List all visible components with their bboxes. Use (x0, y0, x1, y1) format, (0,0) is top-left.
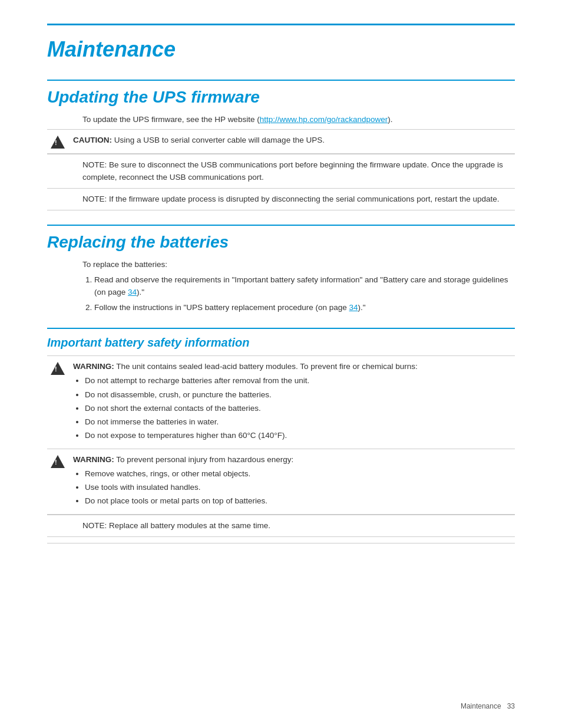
note2-text: If the firmware update process is disrup… (107, 195, 499, 203)
warning2-block: WARNING: To prevent personal injury from… (47, 449, 515, 515)
safety-note-block: NOTE: Replace all battery modules at the… (47, 515, 515, 537)
section-batteries: Replacing the batteries To replace the b… (47, 225, 515, 314)
warning1-bullet-2: Do not disassemble, crush, or puncture t… (85, 389, 515, 401)
warning1-triangle-icon (51, 362, 65, 375)
page-footer: Maintenance 33 (461, 702, 515, 710)
warning1-block: WARNING: The unit contains sealed lead-a… (47, 355, 515, 449)
firmware-intro-text-before: To update the UPS firmware, see the HP w… (82, 115, 260, 124)
batteries-intro: To replace the batteries: (82, 259, 515, 271)
batteries-step-1: Read and observe the requirements in "Im… (94, 274, 515, 298)
firmware-section-rule (47, 80, 515, 81)
warning2-intro: To prevent personal injury from hazardou… (114, 455, 293, 464)
top-rule (47, 24, 515, 25)
batteries-section-rule (47, 225, 515, 226)
step2-text-after: )." (358, 303, 366, 312)
firmware-link[interactable]: http://www.hp.com/go/rackandpower (260, 115, 388, 124)
safety-section-rule (47, 328, 515, 329)
section-battery-safety: Important battery safety information WAR… (47, 328, 515, 543)
warning1-bullets: Do not attempt to recharge batteries aft… (85, 375, 515, 442)
warning2-triangle-icon (51, 455, 65, 468)
warning2-bullet-1: Remove watches, rings, or other metal ob… (85, 468, 515, 480)
warning2-bullet-2: Use tools with insulated handles. (85, 482, 515, 493)
page-title: Maintenance (47, 37, 515, 62)
firmware-section-title: Updating the UPS firmware (47, 88, 515, 107)
safety-note-text: Replace all battery modules at the same … (107, 521, 270, 530)
warning1-bullet-5: Do not expose to temperatures higher tha… (85, 430, 515, 442)
step1-text-after: )." (137, 288, 144, 297)
step2-link[interactable]: 34 (349, 303, 358, 312)
firmware-intro-text-after: ). (388, 115, 392, 124)
warning1-intro: The unit contains sealed lead-acid batte… (114, 362, 418, 371)
batteries-steps-list: Read and observe the requirements in "Im… (94, 274, 515, 314)
caution-icon (47, 136, 68, 149)
section-firmware: Updating the UPS firmware To update the … (47, 80, 515, 210)
firmware-intro: To update the UPS firmware, see the HP w… (82, 114, 515, 126)
note1-block: NOTE: Be sure to disconnect the USB comm… (47, 154, 515, 189)
caution-content: CAUTION: Using a USB to serial converter… (73, 134, 515, 146)
footer-page-number: 33 (507, 702, 515, 710)
bottom-divider (47, 543, 515, 543)
step1-link[interactable]: 34 (128, 288, 137, 297)
step1-text-before: Read and observe the requirements in "Im… (94, 275, 508, 296)
warning2-content: WARNING: To prevent personal injury from… (73, 454, 515, 509)
warning1-bullet-4: Do not immerse the batteries in water. (85, 416, 515, 428)
warning1-content: WARNING: The unit contains sealed lead-a… (73, 361, 515, 444)
caution-block: CAUTION: Using a USB to serial converter… (47, 129, 515, 154)
note1-text: Be sure to disconnect the USB communicat… (82, 160, 503, 181)
note2-label: NOTE: (82, 195, 107, 203)
note1-label: NOTE: (82, 160, 107, 169)
warning2-bullet-3: Do not place tools or metal parts on top… (85, 495, 515, 507)
warning1-icon (47, 362, 68, 375)
warning1-label: WARNING: (73, 362, 114, 371)
step2-text-before: Follow the instructions in "UPS battery … (94, 303, 349, 312)
note2-block: NOTE: If the firmware update process is … (47, 189, 515, 210)
caution-label: CAUTION: (73, 136, 112, 144)
warning2-label: WARNING: (73, 455, 114, 464)
batteries-step-2: Follow the instructions in "UPS battery … (94, 302, 515, 314)
warning2-bullets: Remove watches, rings, or other metal ob… (85, 468, 515, 508)
warning1-bullet-3: Do not short the external contacts of th… (85, 403, 515, 414)
safety-note-label: NOTE: (82, 521, 107, 530)
safety-section-title: Important battery safety information (47, 336, 515, 350)
batteries-section-title: Replacing the batteries (47, 233, 515, 252)
caution-text: Using a USB to serial converter cable wi… (112, 136, 325, 144)
footer-text: Maintenance (461, 702, 501, 710)
warning1-bullet-1: Do not attempt to recharge batteries aft… (85, 375, 515, 387)
triangle-icon (51, 136, 65, 149)
page-container: Maintenance Updating the UPS firmware To… (0, 0, 562, 728)
warning2-icon (47, 455, 68, 468)
